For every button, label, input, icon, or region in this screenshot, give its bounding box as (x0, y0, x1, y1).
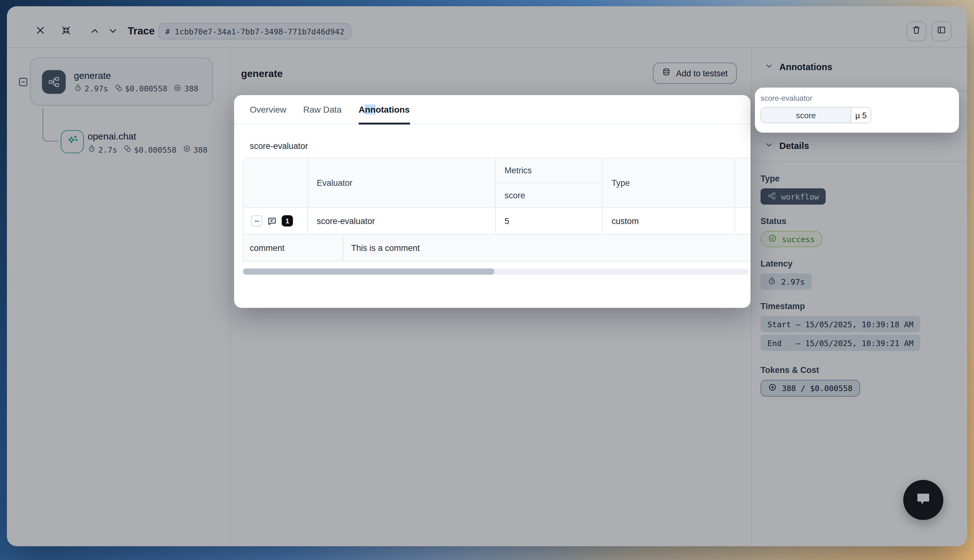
table-cell-type: custom (603, 208, 735, 235)
table-cell-score: 5 (496, 208, 603, 235)
stopwatch-icon (88, 145, 96, 155)
annotation-evaluator-label: score-evaluator (761, 94, 953, 103)
table-cell-extra (735, 208, 751, 235)
previous-trace-button[interactable] (88, 25, 102, 39)
type-label: Type (761, 174, 962, 183)
details-fields: Type workflow Status success Latency 2.9… (761, 162, 962, 397)
annotation-score-card: score-evaluator score µ 5 (755, 88, 959, 133)
tab-overview-label: Overview (250, 105, 286, 115)
delete-trace-button[interactable] (906, 21, 926, 41)
span-detail-panel: Overview Raw Data Annotations score-eval… (234, 95, 751, 308)
chevron-down-icon (107, 25, 118, 38)
latency-value: 2.7s (98, 145, 117, 154)
comment-row: comment This is a comment (244, 235, 751, 262)
span-title: generate (241, 68, 283, 80)
status-label: Status (761, 217, 962, 226)
timestamp-start-badge: Start — 15/05/2025, 10:39:18 AM (761, 316, 921, 332)
chevron-up-icon (89, 25, 100, 38)
horizontal-scrollbar-thumb[interactable] (243, 268, 495, 275)
evaluator-section-title: score-evaluator (250, 142, 308, 151)
arrows-pointing-in-icon (60, 25, 71, 38)
comment-key: comment (244, 235, 344, 261)
stopwatch-icon (767, 276, 776, 287)
collapse-minus-icon (18, 78, 28, 89)
chevron-down-icon (765, 62, 773, 72)
tree-node-openai-chat[interactable]: openai.chat 2.7s $0.000558 388 (88, 131, 207, 155)
toggle-sidebar-button[interactable] (931, 21, 951, 41)
score-metric-name[interactable]: score (761, 108, 851, 123)
chat-bubble-icon (914, 489, 933, 510)
next-trace-button[interactable] (106, 25, 120, 39)
type-badge: workflow (761, 188, 826, 205)
timestamp-end-badge: End — 15/05/2025, 10:39:21 AM (761, 335, 921, 351)
coins-icon (114, 83, 122, 93)
comment-count-badge: 1 (282, 215, 293, 227)
latency-value: 2.97s (781, 277, 805, 286)
tab-raw-data[interactable]: Raw Data (303, 95, 342, 124)
annotations-table: Evaluator Metrics score Type 1 score-eva… (243, 158, 751, 262)
workflow-icon (42, 70, 66, 93)
score-metric-pill: score µ 5 (761, 107, 871, 123)
coins-icon (123, 145, 132, 155)
plus-circle-icon (183, 145, 191, 155)
trash-icon (911, 25, 921, 38)
trace-modal: Trace # 1cbb70e7-34a1-7bb7-3498-771b7d46… (7, 6, 967, 546)
table-row-controls: 1 (244, 208, 308, 235)
tree-panel-divider (230, 48, 230, 546)
tree-node-generate[interactable]: generate 2.97s $0.000558 388 (30, 58, 213, 106)
tree-node-title: openai.chat (88, 131, 207, 142)
tab-overview[interactable]: Overview (250, 95, 286, 124)
horizontal-scrollbar-track[interactable] (243, 268, 749, 275)
tree-node-openai-chat-icon-button[interactable] (61, 130, 84, 153)
table-header-type: Type (603, 158, 735, 208)
tree-connector-line (43, 108, 58, 142)
cost-value: $0.000558 (134, 145, 176, 154)
table-header-extra (735, 158, 751, 208)
check-circle-icon (768, 234, 777, 244)
comment-icon[interactable] (267, 215, 277, 226)
score-metric-value: µ 5 (851, 108, 871, 123)
collapse-view-button[interactable] (59, 24, 73, 38)
table-header-evaluator: Evaluator (308, 158, 496, 208)
table-header-metrics: Metrics (496, 158, 603, 183)
tree-node-title: generate (74, 70, 198, 80)
status-badge: success (761, 231, 822, 247)
trace-id-badge[interactable]: # 1cbb70e7-34a1-7bb7-3498-771b7d46d942 (158, 23, 351, 39)
tab-annotations[interactable]: Annotations (359, 95, 410, 124)
tokens-value: 388 (193, 145, 207, 154)
chat-support-button[interactable] (903, 480, 943, 520)
tree-collapse-toggle[interactable] (18, 77, 28, 90)
database-icon (662, 68, 671, 79)
tokens-cost-label: Tokens & Cost (761, 365, 962, 375)
desktop-background: Trace # 1cbb70e7-34a1-7bb7-3498-771b7d46… (0, 0, 974, 560)
details-section-header[interactable]: Details (765, 141, 809, 151)
collapse-row-button[interactable] (251, 215, 262, 227)
table-cell-evaluator: score-evaluator (308, 208, 496, 235)
tab-annotations-label: Annotations (359, 105, 410, 115)
sparkles-icon (66, 134, 79, 150)
annotations-header-label: Annotations (779, 62, 832, 72)
table-header-blank (244, 158, 308, 208)
tab-bar: Overview Raw Data Annotations (234, 95, 751, 125)
latency-label: Latency (761, 259, 962, 268)
type-value: workflow (781, 192, 819, 201)
table-header-score: score (496, 183, 603, 208)
latency-badge: 2.97s (761, 273, 812, 290)
plus-circle-icon (768, 383, 777, 393)
plus-circle-icon (174, 83, 182, 93)
topbar-divider (7, 47, 967, 48)
annotations-section-header[interactable]: Annotations (765, 62, 832, 72)
page-title: Trace (128, 25, 155, 37)
add-to-testset-label: Add to testset (676, 68, 728, 78)
stopwatch-icon (74, 83, 82, 93)
tab-raw-data-label: Raw Data (303, 105, 342, 115)
status-value: success (782, 234, 815, 244)
comment-value: This is a comment (344, 235, 751, 261)
tokens-cost-value: 388 / $0.000558 (782, 383, 852, 393)
close-button[interactable] (33, 24, 47, 38)
add-to-testset-button[interactable]: Add to testset (653, 63, 736, 84)
details-header-label: Details (779, 141, 809, 151)
close-icon (35, 25, 45, 38)
workflow-icon (767, 191, 776, 202)
cost-value: $0.000558 (125, 84, 167, 93)
